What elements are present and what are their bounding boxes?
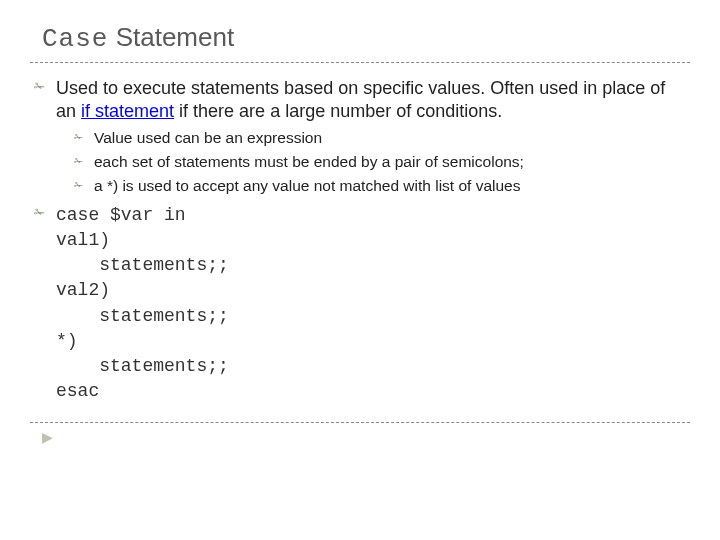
divider-top xyxy=(30,62,690,63)
list-item: Used to execute statements based on spec… xyxy=(34,77,684,197)
sub-list-item: each set of statements must be ended by … xyxy=(74,152,684,173)
inline-link[interactable]: if statement xyxy=(81,101,174,121)
list-item-text-post: if there are a large number of condition… xyxy=(174,101,502,121)
code-block: case $var in val1) statements;; val2) st… xyxy=(56,203,684,405)
list-item-code: case $var in val1) statements;; val2) st… xyxy=(34,203,684,405)
bullet-list: Used to execute statements based on spec… xyxy=(30,77,690,404)
sub-list-item: Value used can be an expression xyxy=(74,128,684,149)
divider-bottom xyxy=(30,422,690,423)
title-code-word: Case xyxy=(42,24,108,54)
footer-mark-icon: ▶ xyxy=(42,429,690,445)
sub-list-item: a *) is used to accept any value not mat… xyxy=(74,176,684,197)
slide: Case Statement Used to execute statement… xyxy=(0,0,720,540)
page-title: Case Statement xyxy=(42,22,690,54)
sub-list: Value used can be an expression each set… xyxy=(74,128,684,197)
title-rest: Statement xyxy=(108,22,234,52)
